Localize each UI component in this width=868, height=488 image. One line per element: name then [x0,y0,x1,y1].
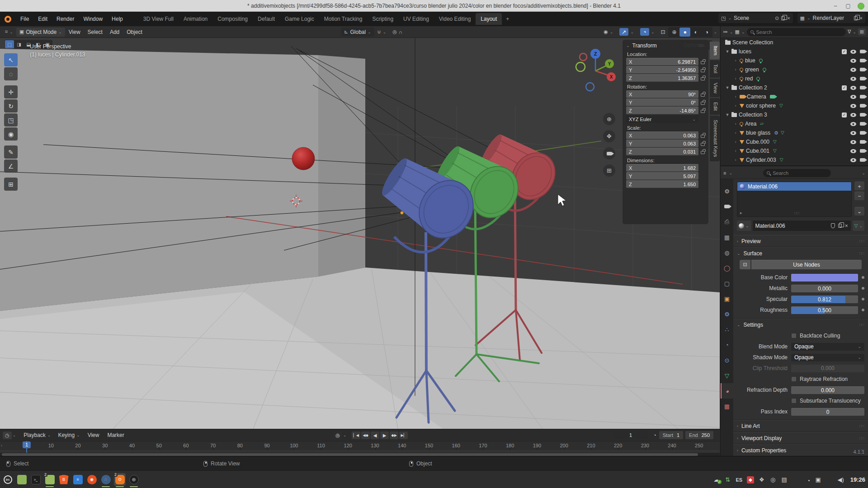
tab-game-logic[interactable]: Game Logic [280,13,319,25]
outliner-row-red[interactable]: ›red [721,74,868,83]
menu-render[interactable]: Render [52,14,79,24]
proportional-editing-toggle[interactable]: ◎∩ [389,28,406,36]
unlink-material-icon[interactable]: × [845,223,848,229]
texture-tab[interactable]: ▦ [721,399,733,414]
tab-3d-view-full[interactable]: 3D View Full [138,13,179,25]
object-tab[interactable]: ▣ [721,291,733,306]
remove-view-layer-icon[interactable]: × [860,15,863,21]
animate-dot[interactable] [862,276,864,279]
outliner-row-green[interactable]: ›green [721,65,868,74]
particles-tab[interactable]: ∴ [721,322,733,337]
outliner-row-color-sphere[interactable]: ›color sphere▽ [721,101,868,110]
editor-type-button[interactable]: ⌗⌄ [2,28,16,36]
navigation-gizmo[interactable]: Z Y X [571,46,620,96]
sidebar-tab-tool[interactable]: Tool [710,60,720,77]
scene-tab[interactable]: ◍ [721,245,733,260]
measure-tool[interactable]: ∠ [4,160,18,173]
outliner-row-cube-000[interactable]: ›Cube.000▽ [721,137,868,146]
view-layer-selector[interactable]: ▦⌄ RenderLayer × [797,13,865,23]
render-visibility-icon[interactable] [860,158,865,162]
node-editor-app[interactable]: ∴ [100,473,112,486]
rotation-x-field[interactable]: X90° [626,90,698,98]
dimensions-z-field[interactable]: Z1.650 [626,180,698,188]
rotation-z-field[interactable]: Z-14.85° [626,107,698,114]
lock-icon[interactable] [701,69,705,72]
timeline-ruler[interactable]: › 10203040506070809010011012013014015016… [0,441,720,450]
lock-icon[interactable] [701,110,705,113]
shading-wireframe-button[interactable]: ⊕ [669,28,679,37]
exclude-checkbox[interactable]: ✓ [842,85,847,90]
scale-x-field[interactable]: X0.063 [626,131,698,139]
menu-edit[interactable]: Edit [33,14,52,24]
render-visibility-icon[interactable] [860,140,865,144]
snap-toggle[interactable]: ∪⌄ [374,28,390,36]
outliner-row-blue[interactable]: ›blue [721,56,868,65]
play-button[interactable]: ▶ [380,432,389,439]
surface-panel[interactable]: ⌄Surface∷∷ ⊡ Use Nodes Base Color Metall… [733,247,868,319]
shading-material-button[interactable]: ◐ [690,28,701,37]
specular-slider[interactable]: 0.812 [791,296,858,303]
tab-default[interactable]: Default [253,13,280,25]
material-name-field[interactable]: Material.006 × [753,221,851,231]
battery-icon[interactable]: ▣ [815,476,822,483]
link-mesh-dropdown[interactable]: ▽⌄ [853,221,864,231]
roughness-slider[interactable]: 0.500 [791,306,858,314]
lock-icon[interactable] [701,135,705,138]
annotate-tool[interactable]: ✎ [4,145,18,159]
visibility-dropdown[interactable]: ◉⌄ [600,28,616,36]
hide-icon[interactable] [850,122,856,126]
custom-properties-panel[interactable]: ›Custom Properties∷∷ [733,444,868,456]
transform-tool[interactable]: ◉ [4,127,18,141]
render-visibility-icon[interactable] [860,95,865,99]
browse-material-button[interactable]: ⌄ [737,221,751,231]
viewport-menu-view[interactable]: View [65,28,84,37]
hide-icon[interactable] [850,158,856,162]
refraction-depth-field[interactable]: 0.000 [791,386,864,394]
timeline-editor-type-button[interactable]: ◷ [3,432,12,439]
obs-app[interactable]: ◎ [128,473,140,486]
lock-icon[interactable] [701,94,705,97]
render-visibility-icon[interactable] [860,86,865,89]
tab-compositing[interactable]: Compositing [212,13,253,25]
viewport-display-panel[interactable]: ›Viewport Display∷∷ [733,432,868,444]
new-view-layer-icon[interactable] [854,16,858,20]
constraints-tab[interactable]: ⊙ [721,352,733,368]
tab-motion-tracking[interactable]: Motion Tracking [319,13,368,25]
select-mode-new[interactable]: ⬚ [5,40,14,48]
animate-dot[interactable] [862,298,864,300]
object-data-tab[interactable]: ▽ [721,368,733,383]
outliner-row-cylinder-003[interactable]: ›Cylinder.003▽ [721,155,868,164]
backface-culling-checkbox[interactable] [791,333,797,338]
sidebar-tab-view[interactable]: View [710,79,720,98]
frame-start-field[interactable]: Start1 [659,431,683,439]
slot-specials-button[interactable]: ⌄ [854,207,864,216]
outliner-row-collection-2[interactable]: ▼Collection 2 ✓ [721,83,868,92]
shading-solid-button[interactable]: ● [679,28,690,37]
tab-animation[interactable]: Animation [179,13,212,25]
physics-tab[interactable]: ◔ [721,337,733,352]
ruler-expand-icon[interactable]: › [1,443,2,448]
shading-dropdown[interactable]: ⌄ [713,30,717,34]
gizmos-dropdown[interactable]: ↗⌄ [616,27,637,37]
brave-app[interactable]: B [58,473,70,486]
dimensions-y-field[interactable]: Y5.097 [626,172,698,180]
outliner-row-scene-collection[interactable]: Scene Collection [721,38,868,47]
obs-tray-icon[interactable]: ◎ [769,476,777,483]
outliner-row-area[interactable]: ›Area▱ [721,119,868,128]
material-slot-row[interactable]: Material.006 [737,182,851,191]
hide-icon[interactable] [850,131,856,135]
hide-icon[interactable] [850,95,856,99]
animate-dot[interactable] [862,309,864,311]
base-color-swatch[interactable] [791,274,858,282]
clock[interactable]: 19:26 [850,476,865,483]
timeline-marker-menu[interactable]: Marker [104,431,127,440]
world-tab[interactable]: ◯ [721,260,733,276]
scene-selector[interactable]: ◳⌄ Scene ⊙ × [718,13,793,23]
hide-icon[interactable] [850,77,856,81]
add-workspace-button[interactable]: + [502,13,513,25]
show-desktop-button[interactable] [16,473,28,486]
select-box-tool[interactable]: ↖ [4,53,18,66]
hide-icon[interactable] [850,86,856,90]
menu-help[interactable]: Help [107,14,127,24]
new-collection-button[interactable]: ⊞ [858,28,866,35]
